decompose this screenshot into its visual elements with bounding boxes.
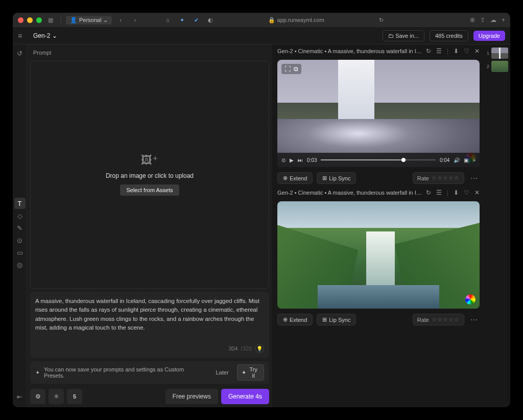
- sidebar-toggle-icon[interactable]: ▥: [45, 15, 56, 25]
- video-result[interactable]: [277, 201, 480, 309]
- folder-icon: 🗀: [388, 33, 394, 39]
- share-icon[interactable]: ⇪: [480, 16, 485, 24]
- tip-bar: ✦ You can now save your prompts and sett…: [30, 361, 269, 384]
- extension-icon-1[interactable]: ✦: [176, 15, 187, 25]
- extend-button[interactable]: ⊕ Extend: [277, 314, 313, 325]
- app-header: ≡ Gen-2 ⌄ 🗀 Save in... 485 credits Upgra…: [13, 27, 510, 44]
- queue-icon[interactable]: ☰: [436, 48, 442, 55]
- seed-icon[interactable]: ⚛: [49, 389, 64, 404]
- motion-tab[interactable]: ⊙: [14, 235, 26, 246]
- close-window[interactable]: [18, 17, 23, 23]
- favorite-icon[interactable]: ♡: [464, 48, 469, 55]
- expand-icon[interactable]: ⛶: [284, 65, 291, 73]
- favorite-icon[interactable]: ♡: [464, 189, 469, 196]
- minimize-window[interactable]: [27, 17, 33, 23]
- result-title: Gen-2 • Cinematic • A massive, thunderou…: [277, 190, 422, 196]
- lipsync-icon: ⊞: [322, 316, 327, 323]
- camera-tab[interactable]: ◎: [14, 259, 26, 270]
- prompt-label: Prompt: [30, 48, 269, 58]
- left-rail: ↺ T ◇ ✎ ⊙ ▭ ◎ ⇤: [13, 44, 27, 407]
- download-icon[interactable]: ⊕: [470, 16, 475, 24]
- brush-tab[interactable]: ✎: [14, 222, 26, 234]
- thumbnail-strip: 1 2: [485, 44, 510, 407]
- extend-button[interactable]: ⊕ Extend: [277, 172, 313, 184]
- close-icon[interactable]: ✕: [474, 189, 480, 196]
- credits-button[interactable]: 485 credits: [430, 30, 468, 41]
- play-icon[interactable]: ▶: [290, 157, 294, 163]
- more-menu-icon[interactable]: ⋯: [468, 316, 480, 324]
- breadcrumb[interactable]: Gen-2 ⌄: [33, 32, 57, 39]
- save-button[interactable]: 🗀 Save in...: [383, 30, 424, 41]
- lipsync-button[interactable]: ⊞ Lip Sync: [317, 172, 356, 184]
- extension-icon-3[interactable]: ◐: [205, 15, 216, 25]
- char-count: 304: [228, 345, 237, 352]
- more-icon[interactable]: »: [472, 157, 476, 163]
- aspect-tab[interactable]: ▭: [14, 247, 26, 258]
- image-tab[interactable]: ◇: [14, 210, 26, 221]
- workspace-label: Personal: [79, 17, 101, 23]
- back-button[interactable]: ‹: [115, 15, 126, 25]
- menu-icon[interactable]: ≡: [18, 32, 28, 40]
- video-result[interactable]: ⛶ ⧉ ⊙ ▶ ⏭ 0:03 0:04 🔊: [277, 60, 480, 167]
- lipsync-button[interactable]: ⊞ Lip Sync: [317, 314, 356, 325]
- pip-icon[interactable]: ⧉: [294, 65, 298, 73]
- video-controls: ⊙ ▶ ⏭ 0:03 0:04 🔊 ▣ »: [277, 153, 480, 167]
- prompt-panel: Prompt 🖼⁺ Drop an image or click to uplo…: [27, 44, 272, 407]
- progress-bar[interactable]: [321, 159, 436, 160]
- generate-button[interactable]: Generate 4s: [221, 389, 269, 404]
- loop-icon[interactable]: ⊙: [281, 157, 286, 163]
- extension-icon-2[interactable]: ✔: [191, 15, 202, 25]
- url-bar[interactable]: 🔒 app.runwayml.com: [219, 17, 373, 24]
- download-icon[interactable]: ⬇: [454, 48, 459, 55]
- try-it-button[interactable]: ✦ Try it: [237, 364, 264, 381]
- extend-icon: ⊕: [283, 175, 288, 181]
- prompt-textarea[interactable]: A massive, thunderous waterfall in Icela…: [30, 292, 269, 358]
- thumb-number: 2: [487, 64, 490, 69]
- char-max: /320: [241, 345, 252, 352]
- color-wheel-icon[interactable]: [465, 294, 476, 305]
- result-header: Gen-2 • Cinematic • A massive, thunderou…: [277, 189, 480, 196]
- download-icon[interactable]: ⬇: [454, 189, 459, 196]
- suggest-icon[interactable]: 💡: [255, 344, 264, 353]
- maximize-window[interactable]: [36, 17, 42, 23]
- free-previews-button[interactable]: Free previews: [165, 389, 218, 404]
- fullscreen-icon[interactable]: ▣: [464, 157, 468, 163]
- image-dropzone[interactable]: 🖼⁺ Drop an image or click to upload Sele…: [30, 61, 269, 289]
- refresh-icon[interactable]: ↻: [376, 15, 387, 25]
- more-menu-icon[interactable]: ⋯: [468, 174, 480, 182]
- total-time: 0:04: [440, 157, 449, 163]
- upgrade-button[interactable]: Upgrade: [473, 31, 505, 41]
- new-tab-icon[interactable]: +: [502, 16, 505, 24]
- thumbnail[interactable]: [491, 61, 508, 72]
- lipsync-icon: ⊞: [322, 175, 327, 181]
- step-icon[interactable]: ⏭: [298, 157, 303, 163]
- current-time: 0:03: [307, 157, 317, 163]
- generation-count[interactable]: 5: [67, 389, 82, 404]
- rate-button[interactable]: Rate ☆☆☆☆☆: [413, 314, 464, 325]
- select-from-assets-button[interactable]: Select from Assets: [120, 184, 179, 196]
- settings-icon[interactable]: ⚙: [30, 389, 45, 404]
- text-tab[interactable]: T: [14, 198, 26, 209]
- star-rating[interactable]: ☆☆☆☆☆: [432, 175, 460, 181]
- user-icon: 👤: [70, 17, 77, 24]
- thumbnail[interactable]: [491, 48, 508, 59]
- sparkle-icon: ✦: [242, 369, 246, 376]
- close-icon[interactable]: ✕: [474, 48, 480, 55]
- volume-icon[interactable]: 🔊: [454, 157, 460, 163]
- sparkle-icon: ✦: [35, 369, 40, 376]
- refresh-icon[interactable]: ↻: [426, 48, 431, 55]
- collapse-rail-icon[interactable]: ⇤: [14, 391, 26, 402]
- queue-icon[interactable]: ☰: [436, 189, 442, 196]
- cloud-icon[interactable]: ☁: [490, 16, 496, 24]
- home-icon[interactable]: ⌂: [162, 15, 173, 25]
- history-icon[interactable]: ↺: [14, 48, 26, 59]
- workspace-dropdown[interactable]: 👤 Personal ⌄: [66, 16, 112, 25]
- chevron-down-icon: ⌄: [52, 32, 57, 39]
- forward-button[interactable]: ›: [129, 15, 140, 25]
- rate-button[interactable]: Rate ☆☆☆☆☆: [413, 172, 464, 184]
- star-rating[interactable]: ☆☆☆☆☆: [432, 316, 460, 323]
- later-button[interactable]: Later: [211, 368, 232, 377]
- thumb-number: 1: [487, 51, 490, 56]
- titlebar: ▥ 👤 Personal ⌄ ‹ › ⌂ ✦ ✔ ◐ 🔒 app.runwaym…: [13, 13, 510, 27]
- refresh-icon[interactable]: ↻: [426, 189, 431, 196]
